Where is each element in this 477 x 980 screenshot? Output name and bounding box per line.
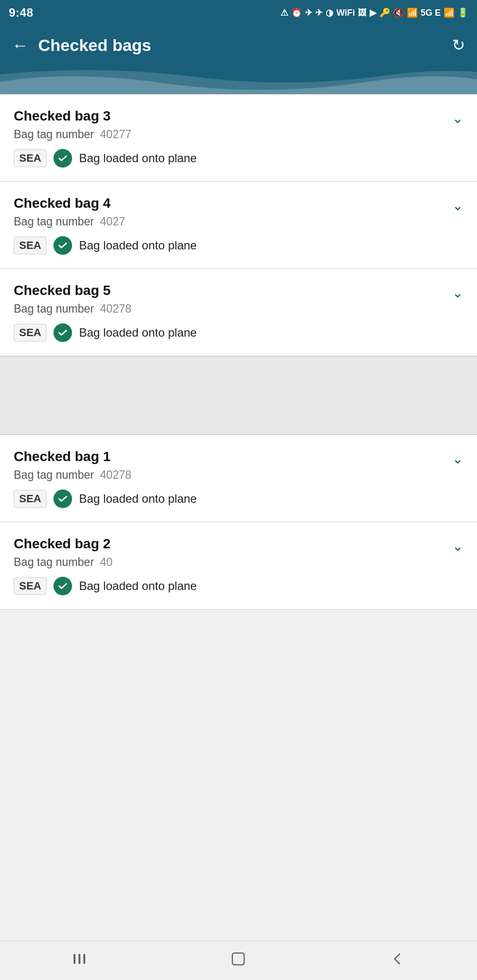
app-bar: ← Checked bags ↻: [0, 25, 477, 65]
svg-rect-1: [78, 954, 80, 964]
signal-icon: 📶: [444, 7, 454, 18]
wave-section: [0, 65, 477, 94]
bag2-airport: SEA: [14, 577, 47, 595]
bags-section-2: Checked bag 1 Bag tag number 40278 SEA B…: [0, 435, 477, 610]
bag-item-1: Checked bag 1 Bag tag number 40278 SEA B…: [0, 435, 477, 522]
svg-rect-2: [83, 954, 85, 964]
bag4-airport: SEA: [14, 237, 47, 254]
bag3-status-row: SEA Bag loaded onto plane: [14, 149, 197, 168]
bag4-content: Checked bag 4 Bag tag number 4027 SEA Ba…: [14, 196, 197, 255]
bag5-tag-label: Bag tag number: [14, 302, 94, 315]
bag5-airport: SEA: [14, 324, 47, 342]
bag1-check-icon: [53, 490, 72, 508]
mute-icon: 🔇: [393, 7, 404, 18]
bag5-title: Checked bag 5: [14, 283, 197, 298]
bag2-tag-label: Bag tag number: [14, 556, 94, 568]
bag5-tag-number: 40278: [100, 302, 131, 315]
bag1-content: Checked bag 1 Bag tag number 40278 SEA B…: [14, 449, 197, 508]
status-bar: 9:48 ⚠ ⏰ ✈ ✈ ◑ WiFi 🖼 ▶ 🔑 🔇 📶 5G E 📶 🔋: [0, 0, 477, 25]
bag2-tag-row: Bag tag number 40: [14, 556, 197, 569]
bag3-tag-number: 40277: [100, 128, 131, 141]
moon-icon: ◑: [326, 7, 333, 18]
bag5-content: Checked bag 5 Bag tag number 40278 SEA B…: [14, 283, 197, 342]
bag-item-5: Checked bag 5 Bag tag number 40278 SEA B…: [0, 269, 477, 356]
bag2-status-row: SEA Bag loaded onto plane: [14, 577, 197, 595]
bag1-status-text: Bag loaded onto plane: [79, 492, 197, 506]
bag2-tag-number: 40: [100, 556, 113, 568]
bag1-tag-number: 40278: [100, 468, 131, 481]
bag-item-4: Checked bag 4 Bag tag number 4027 SEA Ba…: [0, 182, 477, 269]
status-icons: ⚠ ⏰ ✈ ✈ ◑ WiFi 🖼 ▶ 🔑 🔇 📶 5G E 📶 🔋: [280, 7, 468, 18]
warning-icon: ⚠: [280, 7, 288, 18]
bag3-check-icon: [53, 149, 72, 168]
bag4-status-row: SEA Bag loaded onto plane: [14, 236, 197, 255]
bag-item-2: Checked bag 2 Bag tag number 40 SEA Bag …: [0, 522, 477, 610]
airplane2-icon: ✈: [315, 7, 323, 18]
svg-rect-3: [232, 953, 244, 965]
video-icon: ▶: [370, 7, 377, 18]
bag5-status-text: Bag loaded onto plane: [79, 326, 197, 340]
bag3-title: Checked bag 3: [14, 108, 197, 124]
bag3-tag-label: Bag tag number: [14, 128, 94, 141]
bag4-check-icon: [53, 236, 72, 255]
bag5-status-row: SEA Bag loaded onto plane: [14, 323, 197, 342]
bag5-tag-row: Bag tag number 40278: [14, 302, 197, 316]
wifi-icon: WiFi: [336, 8, 355, 18]
battery-icon: 🔋: [457, 7, 468, 18]
status-time: 9:48: [9, 6, 33, 20]
bag4-status-text: Bag loaded onto plane: [79, 239, 197, 252]
bag4-expand-button[interactable]: ⌄: [452, 197, 463, 214]
bag3-tag-row: Bag tag number 40277: [14, 128, 197, 141]
bag4-tag-label: Bag tag number: [14, 215, 94, 228]
bag3-expand-button[interactable]: ⌄: [452, 110, 463, 126]
back-button[interactable]: ←: [12, 36, 28, 55]
wifi2-icon: 📶: [407, 7, 418, 18]
bag1-tag-row: Bag tag number 40278: [14, 468, 197, 482]
bag3-airport: SEA: [14, 149, 47, 167]
bag2-content: Checked bag 2 Bag tag number 40 SEA Bag …: [14, 536, 197, 595]
key-icon: 🔑: [379, 7, 390, 18]
bag4-tag-row: Bag tag number 4027: [14, 215, 197, 228]
bag3-status-text: Bag loaded onto plane: [79, 151, 197, 165]
bottom-nav: [0, 941, 477, 980]
photo-icon: 🖼: [358, 8, 367, 18]
recents-button[interactable]: [71, 950, 88, 972]
bag2-title: Checked bag 2: [14, 536, 197, 552]
bag-item-3: Checked bag 3 Bag tag number 40277 SEA B…: [0, 95, 477, 182]
bag4-tag-number: 4027: [100, 215, 125, 228]
bag2-status-text: Bag loaded onto plane: [79, 579, 197, 593]
bag2-expand-button[interactable]: ⌄: [452, 538, 463, 554]
section-gap: [0, 356, 477, 435]
refresh-button[interactable]: ↻: [452, 36, 465, 54]
bag1-airport: SEA: [14, 490, 47, 508]
home-button[interactable]: [229, 950, 247, 972]
bag1-expand-button[interactable]: ⌄: [452, 451, 463, 467]
alarm-icon: ⏰: [291, 7, 302, 18]
bag5-expand-button[interactable]: ⌄: [452, 285, 463, 301]
bag2-check-icon: [53, 577, 72, 595]
network-label: 5G E: [421, 8, 441, 18]
svg-rect-0: [74, 954, 75, 964]
bottom-spacer: [0, 610, 477, 668]
airplane-icon: ✈: [305, 7, 312, 18]
bag1-tag-label: Bag tag number: [14, 468, 94, 481]
bag3-content: Checked bag 3 Bag tag number 40277 SEA B…: [14, 108, 197, 168]
page-title: Checked bags: [28, 36, 452, 55]
bags-section-1: Checked bag 3 Bag tag number 40277 SEA B…: [0, 95, 477, 356]
back-button-nav[interactable]: [389, 950, 406, 972]
bag5-check-icon: [53, 323, 72, 342]
bag1-status-row: SEA Bag loaded onto plane: [14, 490, 197, 508]
bag1-title: Checked bag 1: [14, 449, 197, 465]
bag4-title: Checked bag 4: [14, 196, 197, 211]
